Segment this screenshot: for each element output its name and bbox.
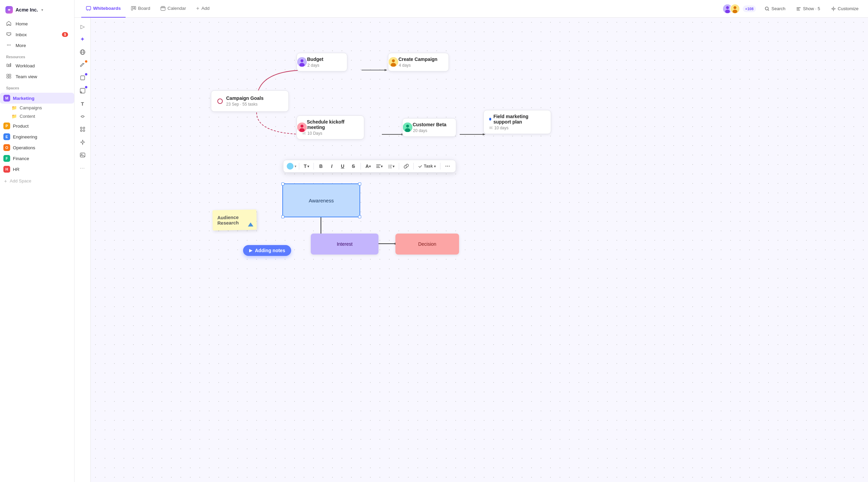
tab-whiteboards[interactable]: Whiteboards: [81, 0, 126, 18]
color-swatch: [287, 163, 294, 170]
svg-point-57: [389, 166, 389, 167]
svg-rect-12: [133, 6, 134, 9]
tool-rect[interactable]: [77, 72, 89, 84]
campaign-goals-node[interactable]: Campaign Goals 23 Sep · 55 tasks: [211, 90, 289, 112]
sidebar-item-finance[interactable]: F Finance: [0, 153, 74, 164]
interest-box[interactable]: Interest: [311, 234, 378, 255]
handle-bl[interactable]: [281, 215, 284, 218]
field-marketing-node[interactable]: Field marketing support plan 10 days: [483, 110, 551, 134]
svg-rect-35: [80, 153, 85, 157]
customer-beta-meta: 20 days: [408, 128, 451, 133]
product-dot: P: [3, 123, 10, 129]
product-label: Product: [13, 124, 29, 129]
tool-ai2[interactable]: [77, 136, 89, 148]
svg-marker-38: [385, 69, 387, 71]
search-button[interactable]: Search: [762, 4, 788, 13]
create-campaign-meta: 4 days: [394, 63, 443, 68]
handle-tr[interactable]: [358, 182, 361, 185]
sidebar-item-workload[interactable]: Workload: [3, 60, 71, 71]
customer-beta-title: Customer Beta: [413, 122, 447, 127]
link-button[interactable]: [402, 162, 411, 170]
budget-meta: 2 days: [302, 63, 342, 68]
show-label: Show · 5: [803, 6, 820, 11]
whiteboards-label: Whiteboards: [93, 6, 121, 11]
app-logo[interactable]: Acme Inc. ▾: [0, 4, 74, 18]
sidebar-item-home[interactable]: Home: [3, 18, 71, 29]
sidebar-item-product[interactable]: P Product: [0, 121, 74, 131]
canvas-container: ▷ ✦ T: [74, 18, 868, 482]
add-space-button[interactable]: + Add Space: [0, 176, 74, 186]
tooltip-text: Adding notes: [255, 248, 285, 253]
sidebar-item-marketing[interactable]: M Marketing: [0, 93, 74, 104]
align-button[interactable]: ▾: [374, 162, 385, 170]
sidebar-subitem-campaigns[interactable]: 📁 Campaigns: [0, 104, 74, 112]
sidebar-item-more[interactable]: More: [3, 40, 71, 51]
goals-circle-icon: [217, 98, 223, 104]
decision-box[interactable]: Decision: [395, 234, 459, 255]
tab-add[interactable]: + Add: [192, 0, 214, 18]
show-button[interactable]: Show · 5: [794, 4, 823, 13]
avatar-img-2: [731, 4, 739, 14]
svg-point-52: [299, 128, 305, 132]
svg-rect-8: [7, 76, 8, 78]
tool-ai[interactable]: ✦: [77, 33, 89, 45]
handle-br[interactable]: [358, 215, 361, 218]
task-button[interactable]: Task ▾: [416, 162, 438, 170]
sidebar-item-operations[interactable]: O Operations: [0, 142, 74, 153]
svg-point-17: [725, 9, 730, 13]
logo-icon: [5, 6, 13, 14]
italic-button[interactable]: I: [327, 162, 337, 170]
whiteboard-canvas[interactable]: Campaign Goals 23 Sep · 55 tasks Budget …: [91, 18, 868, 482]
rect-dot: [85, 73, 87, 75]
tool-globe[interactable]: [77, 46, 89, 58]
sidebar-item-teamview[interactable]: Team view: [3, 71, 71, 82]
tool-sticky[interactable]: [77, 85, 89, 97]
campaign-goals-title: Campaign Goals: [226, 95, 263, 101]
svg-point-54: [406, 125, 409, 128]
handle-tl[interactable]: [281, 182, 284, 185]
font-color-button[interactable]: A▾: [363, 162, 373, 170]
sidebar-item-engineering[interactable]: E Engineering: [0, 131, 74, 142]
field-lines-icon: [489, 126, 493, 130]
svg-rect-29: [81, 76, 85, 80]
bold-button[interactable]: B: [316, 162, 326, 170]
font-type-button[interactable]: T▾: [302, 162, 311, 170]
svg-rect-6: [7, 74, 8, 76]
tool-text[interactable]: T: [77, 97, 89, 110]
awareness-label: Awareness: [309, 198, 334, 203]
svg-rect-7: [9, 74, 11, 76]
tool-pen[interactable]: [77, 59, 89, 71]
engineering-label: Engineering: [13, 134, 37, 139]
svg-rect-23: [797, 8, 799, 9]
svg-rect-24: [797, 10, 800, 10]
field-marketing-meta: 10 days: [489, 126, 545, 130]
list-button[interactable]: ▾: [386, 162, 396, 170]
sidebar-item-hr[interactable]: H HR: [0, 164, 74, 175]
topbar-tabs: Whiteboards Board Calendar + Add: [81, 0, 722, 18]
tool-connect[interactable]: [77, 110, 89, 123]
hr-label: HR: [13, 167, 20, 172]
marketing-label: Marketing: [13, 96, 35, 101]
sidebar-item-inbox[interactable]: Inbox 9: [3, 29, 71, 40]
inbox-badge: 9: [62, 32, 68, 37]
format-toolbar[interactable]: ▾ T▾ B I U S A▾ ▾ ▾: [283, 160, 456, 173]
topbar-actions: +108 Search Show · 5 Customize: [722, 4, 861, 14]
more-format-button[interactable]: ···: [443, 162, 452, 170]
sticky-note[interactable]: Audience Research: [212, 210, 257, 231]
add-label: Add: [201, 6, 210, 11]
tab-board[interactable]: Board: [126, 0, 155, 18]
tab-calendar[interactable]: Calendar: [156, 0, 191, 18]
svg-point-0: [7, 45, 8, 45]
more-icon: [6, 42, 12, 48]
tool-image[interactable]: [77, 149, 89, 161]
sidebar-subitem-content[interactable]: 📁 Content: [0, 112, 74, 121]
underline-button[interactable]: U: [338, 162, 347, 170]
customize-button[interactable]: Customize: [828, 4, 861, 13]
tool-group[interactable]: [77, 123, 89, 135]
tool-cursor[interactable]: ▷: [77, 20, 89, 32]
awareness-box[interactable]: Awareness: [282, 183, 360, 217]
color-picker[interactable]: ▾: [287, 163, 297, 170]
tool-more[interactable]: ···: [77, 162, 89, 174]
app-name: Acme Inc.: [16, 7, 38, 13]
strikethrough-button[interactable]: S: [349, 162, 358, 170]
